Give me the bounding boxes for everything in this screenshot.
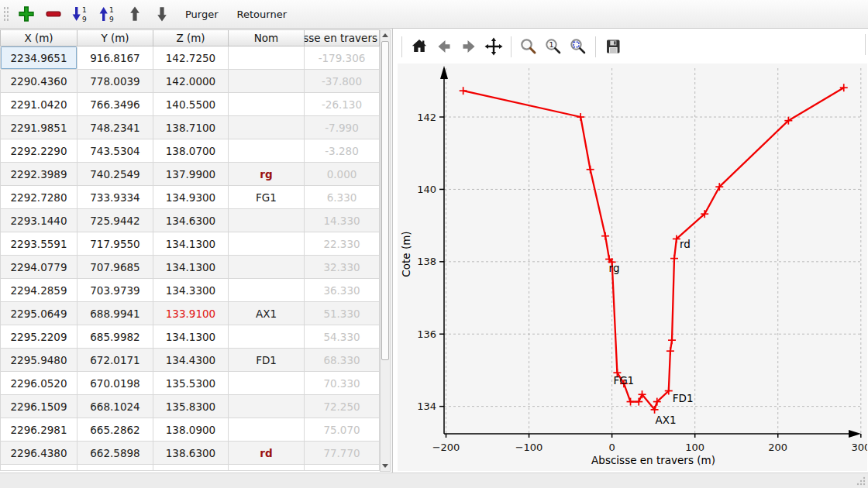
cell-x[interactable]: 2234.9651 [0, 46, 78, 70]
cell-z[interactable]: 134.4300 [153, 349, 229, 372]
cell-y[interactable]: 672.0171 [78, 349, 153, 372]
cell-z[interactable]: 134.3300 [153, 279, 229, 302]
remove-button[interactable] [43, 3, 64, 25]
cell-nom[interactable] [229, 418, 305, 442]
cell-nom[interactable] [229, 209, 305, 232]
cell-x[interactable]: 2293.1440 [0, 209, 78, 232]
cell-y[interactable]: 740.2549 [78, 163, 153, 186]
cell-x[interactable]: 2295.2209 [0, 325, 78, 349]
cell-z[interactable]: 134.9300 [153, 186, 229, 209]
cell-z[interactable]: 134.1300 [153, 256, 229, 279]
resize-grip-icon[interactable] [856, 476, 866, 486]
cell-y[interactable]: 665.2862 [78, 418, 153, 442]
cell-x[interactable]: 2291.9851 [0, 116, 78, 139]
cell-y[interactable]: 733.9334 [78, 186, 153, 209]
home-button[interactable] [409, 36, 429, 57]
move-down-button[interactable] [152, 3, 172, 25]
cell-absc[interactable]: 51.330 [305, 302, 380, 325]
column-header-nom[interactable]: Nom [229, 29, 305, 46]
cell-y[interactable]: 685.9982 [78, 325, 153, 349]
cell-y[interactable]: 703.9739 [78, 279, 153, 302]
cell-z[interactable] [153, 465, 229, 471]
add-button[interactable] [16, 3, 36, 25]
cell-nom[interactable] [229, 279, 305, 302]
column-header-y[interactable]: Y (m) [78, 29, 153, 46]
cell-x[interactable] [0, 465, 78, 471]
cell-y[interactable]: 670.0198 [78, 372, 153, 395]
cell-y[interactable]: 662.5898 [78, 442, 153, 465]
cell-nom[interactable] [229, 232, 305, 256]
cell-nom[interactable] [229, 116, 305, 139]
cell-nom[interactable]: rd [229, 442, 305, 465]
cell-nom[interactable] [229, 395, 305, 418]
cell-z[interactable]: 138.0900 [153, 418, 229, 442]
cell-x[interactable]: 2296.0520 [0, 372, 78, 395]
column-header-absc[interactable]: Abscisse en travers [305, 29, 380, 46]
cell-nom[interactable]: AX1 [229, 302, 305, 325]
cell-y[interactable] [78, 465, 153, 471]
cell-z[interactable]: 135.5300 [153, 372, 229, 395]
cell-x[interactable]: 2290.4360 [0, 70, 78, 93]
scroll-down-button[interactable] [381, 461, 390, 471]
cell-nom[interactable] [229, 70, 305, 93]
zoom-button[interactable] [518, 36, 539, 57]
cell-x[interactable]: 2296.1509 [0, 395, 78, 418]
cell-z[interactable]: 133.9100 [153, 302, 229, 325]
cell-nom[interactable] [229, 465, 305, 471]
cell-nom[interactable] [229, 46, 305, 70]
cell-absc[interactable]: -3.280 [305, 139, 380, 163]
cell-x[interactable]: 2291.0420 [0, 93, 78, 116]
cell-x[interactable]: 2292.7280 [0, 186, 78, 209]
cell-absc[interactable]: 77.770 [305, 442, 380, 465]
cell-x[interactable]: 2292.2290 [0, 139, 78, 163]
cell-y[interactable]: 725.9442 [78, 209, 153, 232]
save-button[interactable] [603, 36, 623, 57]
cell-absc[interactable]: 0.000 [305, 163, 380, 186]
cell-absc[interactable]: -37.800 [305, 70, 380, 93]
column-header-x[interactable]: X (m) [0, 29, 78, 46]
cell-nom[interactable]: rg [229, 163, 305, 186]
scrollbar-thumb[interactable] [381, 41, 389, 360]
sort-descending-button[interactable]: 19 [71, 3, 91, 25]
cell-z[interactable]: 138.0700 [153, 139, 229, 163]
zoom-one-button[interactable]: 1 [543, 36, 563, 57]
cell-nom[interactable] [229, 372, 305, 395]
cell-y[interactable]: 717.9550 [78, 232, 153, 256]
zoom-rect-button[interactable] [568, 36, 588, 57]
cell-x[interactable]: 2296.2981 [0, 418, 78, 442]
retourner-button[interactable]: Retourner [232, 3, 292, 25]
cell-nom[interactable] [229, 93, 305, 116]
cell-y[interactable]: 916.8167 [78, 46, 153, 70]
pan-button[interactable] [484, 36, 504, 57]
cell-y[interactable]: 748.2341 [78, 116, 153, 139]
cell-x[interactable]: 2296.4380 [0, 442, 78, 465]
cell-absc[interactable]: -179.306 [305, 46, 380, 70]
cell-z[interactable]: 137.9900 [153, 163, 229, 186]
cell-z[interactable]: 138.7100 [153, 116, 229, 139]
cell-y[interactable]: 688.9941 [78, 302, 153, 325]
cell-y[interactable]: 743.5304 [78, 139, 153, 163]
cell-absc[interactable]: 72.250 [305, 395, 380, 418]
cell-nom[interactable]: FD1 [229, 349, 305, 372]
cell-x[interactable]: 2293.5591 [0, 232, 78, 256]
cell-x[interactable]: 2295.0649 [0, 302, 78, 325]
profile-figure[interactable]: −200−1000100200300134136138140142Absciss… [398, 64, 867, 471]
cell-absc[interactable]: 54.330 [305, 325, 380, 349]
cell-nom[interactable] [229, 325, 305, 349]
cell-absc[interactable]: -7.990 [305, 116, 380, 139]
forward-arrow-button[interactable] [459, 36, 479, 57]
purger-button[interactable]: Purger [180, 3, 224, 25]
sort-ascending-button[interactable]: 19 [98, 3, 118, 25]
cell-absc[interactable]: 36.330 [305, 279, 380, 302]
cell-absc[interactable]: -26.130 [305, 93, 380, 116]
cell-absc[interactable]: 32.330 [305, 256, 380, 279]
cell-z[interactable]: 135.8300 [153, 395, 229, 418]
cell-x[interactable]: 2294.0779 [0, 256, 78, 279]
cell-x[interactable]: 2292.3989 [0, 163, 78, 186]
cell-absc[interactable]: 75.070 [305, 418, 380, 442]
cell-absc[interactable]: 22.330 [305, 232, 380, 256]
cell-absc[interactable]: 68.330 [305, 349, 380, 372]
cross-section-chart[interactable]: −200−1000100200300134136138140142Absciss… [398, 64, 867, 471]
cell-z[interactable]: 140.5500 [153, 93, 229, 116]
cell-absc[interactable]: 6.330 [305, 186, 380, 209]
